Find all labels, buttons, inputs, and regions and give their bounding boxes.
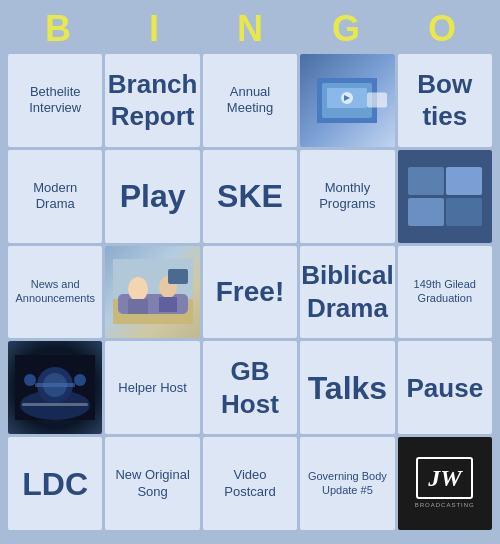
jw-logo-text: JW xyxy=(428,465,461,491)
svg-rect-14 xyxy=(128,299,148,314)
cell-monthly-image xyxy=(398,150,492,243)
cell-governing-body-update: Governing Body Update #5 xyxy=(300,437,394,530)
cell-new-original-song: New Original Song xyxy=(105,437,199,530)
letter-b: B xyxy=(14,8,102,50)
couch-scene-thumbnail xyxy=(105,246,199,339)
cell-helper-host: Helper Host xyxy=(105,341,199,434)
cell-ske: SKE xyxy=(203,150,297,243)
letter-g: G xyxy=(302,8,390,50)
svg-rect-8 xyxy=(408,198,444,226)
cell-pause: Pause xyxy=(398,341,492,434)
svg-rect-7 xyxy=(446,167,482,195)
annual-meeting-thumbnail xyxy=(300,54,394,147)
svg-rect-6 xyxy=(408,167,444,195)
cell-annual-image xyxy=(300,54,394,147)
monthly-programs-thumbnail xyxy=(398,150,492,243)
svg-point-23 xyxy=(24,374,36,386)
svg-rect-17 xyxy=(168,269,188,284)
svg-point-13 xyxy=(128,277,148,301)
cell-news-announcements: News and Announcements xyxy=(8,246,102,339)
svg-point-24 xyxy=(74,374,86,386)
studio-thumbnail xyxy=(8,341,102,434)
jw-logo-box: JW xyxy=(416,457,473,499)
cell-talks: Talks xyxy=(300,341,394,434)
letter-n: N xyxy=(206,8,294,50)
broadcasting-label: BROADCASTING xyxy=(415,502,475,510)
letter-o: O xyxy=(398,8,486,50)
cell-play: Play xyxy=(105,150,199,243)
svg-rect-22 xyxy=(35,383,75,387)
cell-ldc: LDC xyxy=(8,437,102,530)
svg-rect-9 xyxy=(446,198,482,226)
letter-i: I xyxy=(110,8,198,50)
bingo-grid: Bethelite Interview Branch Report Annual… xyxy=(8,54,492,530)
cell-bethelite-interview: Bethelite Interview xyxy=(8,54,102,147)
cell-gb-host: GB Host xyxy=(203,341,297,434)
jw-logo-container: JW BROADCASTING xyxy=(398,437,492,530)
cell-149th-gilead: 149th Gilead Graduation xyxy=(398,246,492,339)
cell-couch-image xyxy=(105,246,199,339)
cell-studio-image xyxy=(8,341,102,434)
cell-modern-drama: Modern Drama xyxy=(8,150,102,243)
cell-free: Free! xyxy=(203,246,297,339)
cell-biblical-drama: Biblical Drama xyxy=(300,246,394,339)
cell-video-postcard: Video Postcard xyxy=(203,437,297,530)
bingo-header: B I N G O xyxy=(10,0,490,54)
svg-rect-16 xyxy=(159,297,177,312)
cell-branch-report: Branch Report xyxy=(105,54,199,147)
cell-annual-meeting: Annual Meeting xyxy=(203,54,297,147)
cell-monthly-programs: Monthly Programs xyxy=(300,150,394,243)
cell-bow-ties: Bow ties xyxy=(398,54,492,147)
cell-jw-broadcasting: JW BROADCASTING xyxy=(398,437,492,530)
